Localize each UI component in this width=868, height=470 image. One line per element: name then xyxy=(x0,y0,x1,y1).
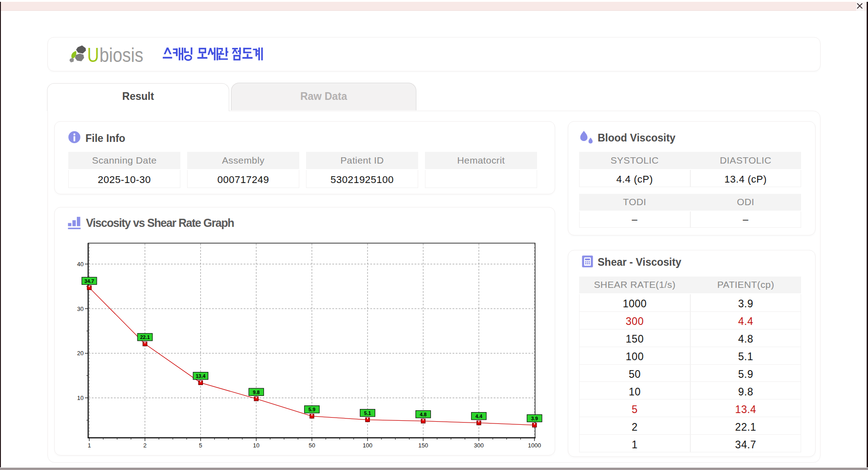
svg-text:biosis: biosis xyxy=(99,43,143,66)
svg-text:13.4: 13.4 xyxy=(196,373,206,379)
svg-text:100: 100 xyxy=(363,442,373,449)
svg-text:150: 150 xyxy=(418,442,428,449)
svg-text:40: 40 xyxy=(77,261,84,268)
svg-text:3.9: 3.9 xyxy=(531,416,538,421)
svg-text:U: U xyxy=(87,43,99,66)
svg-text:2: 2 xyxy=(143,442,146,449)
svg-text:5.1: 5.1 xyxy=(364,410,371,416)
svg-text:10: 10 xyxy=(253,442,259,449)
svg-text:22.1: 22.1 xyxy=(140,334,150,340)
svg-text:9.8: 9.8 xyxy=(253,390,259,395)
svg-text:300: 300 xyxy=(474,442,484,449)
svg-text:34.7: 34.7 xyxy=(85,278,94,284)
svg-text:30: 30 xyxy=(77,306,84,312)
svg-text:10: 10 xyxy=(77,395,84,401)
svg-text:5: 5 xyxy=(199,442,202,449)
svg-text:4.8: 4.8 xyxy=(420,412,426,417)
svg-text:4.4: 4.4 xyxy=(476,414,483,419)
svg-text:20: 20 xyxy=(77,350,84,357)
svg-text:50: 50 xyxy=(309,442,315,449)
svg-text:5.9: 5.9 xyxy=(308,407,315,412)
svg-text:1000: 1000 xyxy=(528,442,541,449)
svg-text:1: 1 xyxy=(88,442,91,449)
